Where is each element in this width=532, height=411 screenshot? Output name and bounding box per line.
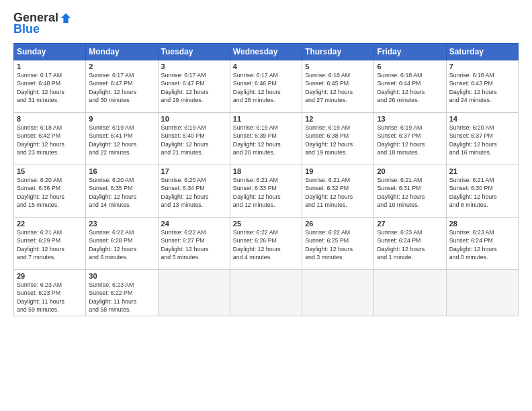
day-number: 11 (233, 115, 299, 123)
day-info: Sunrise: 6:19 AMSunset: 6:37 PMDaylight:… (377, 124, 443, 156)
day-number: 19 (305, 167, 371, 175)
day-number: 22 (17, 220, 83, 228)
page: General Blue SundayMondayTuesdayWednesda… (0, 0, 532, 411)
day-info: Sunrise: 6:18 AMSunset: 6:44 PMDaylight:… (377, 71, 443, 104)
calendar-cell: 1Sunrise: 6:17 AMSunset: 6:48 PMDaylight… (14, 60, 86, 113)
day-number: 8 (17, 115, 83, 123)
calendar-cell: 8Sunrise: 6:18 AMSunset: 6:42 PMDaylight… (14, 113, 86, 165)
day-info: Sunrise: 6:21 AMSunset: 6:33 PMDaylight:… (233, 176, 299, 209)
day-number: 13 (377, 115, 443, 123)
day-number: 3 (161, 62, 227, 71)
calendar-cell: 18Sunrise: 6:21 AMSunset: 6:33 PMDayligh… (230, 165, 302, 218)
calendar-cell: 19Sunrise: 6:21 AMSunset: 6:32 PMDayligh… (302, 165, 374, 218)
calendar-week-row: 29Sunrise: 6:23 AMSunset: 6:23 PMDayligh… (14, 270, 519, 316)
day-number: 14 (449, 115, 515, 123)
calendar-cell (158, 270, 230, 316)
calendar-week-row: 1Sunrise: 6:17 AMSunset: 6:48 PMDaylight… (14, 60, 519, 113)
day-info: Sunrise: 6:20 AMSunset: 6:35 PMDaylight:… (89, 176, 154, 209)
calendar-cell: 9Sunrise: 6:19 AMSunset: 6:41 PMDaylight… (86, 113, 158, 165)
calendar-cell: 15Sunrise: 6:20 AMSunset: 6:36 PMDayligh… (14, 165, 86, 218)
day-number: 30 (89, 272, 154, 280)
day-info: Sunrise: 6:17 AMSunset: 6:46 PMDaylight:… (233, 71, 299, 104)
day-info: Sunrise: 6:23 AMSunset: 6:24 PMDaylight:… (449, 228, 515, 261)
calendar-cell: 3Sunrise: 6:17 AMSunset: 6:47 PMDaylight… (158, 60, 230, 113)
calendar-cell: 17Sunrise: 6:20 AMSunset: 6:34 PMDayligh… (158, 165, 230, 218)
day-number: 16 (89, 167, 154, 175)
calendar-cell: 25Sunrise: 6:22 AMSunset: 6:26 PMDayligh… (230, 218, 302, 270)
day-info: Sunrise: 6:23 AMSunset: 6:23 PMDaylight:… (17, 281, 83, 314)
day-info: Sunrise: 6:19 AMSunset: 6:40 PMDaylight:… (161, 124, 227, 156)
calendar-week-row: 22Sunrise: 6:21 AMSunset: 6:29 PMDayligh… (14, 218, 519, 270)
calendar-cell: 22Sunrise: 6:21 AMSunset: 6:29 PMDayligh… (14, 218, 86, 270)
day-number: 24 (161, 220, 227, 228)
day-info: Sunrise: 6:20 AMSunset: 6:36 PMDaylight:… (17, 176, 83, 209)
calendar-cell: 12Sunrise: 6:19 AMSunset: 6:38 PMDayligh… (302, 113, 374, 165)
day-number: 18 (233, 167, 299, 175)
calendar-cell: 29Sunrise: 6:23 AMSunset: 6:23 PMDayligh… (14, 270, 86, 316)
header: General Blue (13, 11, 519, 36)
calendar-cell: 28Sunrise: 6:23 AMSunset: 6:24 PMDayligh… (446, 218, 518, 270)
day-info: Sunrise: 6:19 AMSunset: 6:41 PMDaylight:… (89, 124, 154, 156)
calendar-cell: 5Sunrise: 6:18 AMSunset: 6:45 PMDaylight… (302, 60, 374, 113)
day-number: 1 (17, 62, 83, 71)
col-header-wednesday: Wednesday (230, 44, 302, 60)
calendar-header-row: SundayMondayTuesdayWednesdayThursdayFrid… (14, 44, 519, 60)
day-info: Sunrise: 6:22 AMSunset: 6:26 PMDaylight:… (233, 228, 299, 261)
logo-blue-text: Blue (13, 22, 40, 36)
calendar-cell: 14Sunrise: 6:20 AMSunset: 6:37 PMDayligh… (446, 113, 518, 165)
day-info: Sunrise: 6:18 AMSunset: 6:43 PMDaylight:… (449, 71, 515, 104)
calendar-cell: 21Sunrise: 6:21 AMSunset: 6:30 PMDayligh… (446, 165, 518, 218)
calendar-cell: 2Sunrise: 6:17 AMSunset: 6:47 PMDaylight… (86, 60, 158, 113)
calendar-cell: 16Sunrise: 6:20 AMSunset: 6:35 PMDayligh… (86, 165, 158, 218)
day-number: 6 (377, 62, 443, 71)
calendar-cell: 13Sunrise: 6:19 AMSunset: 6:37 PMDayligh… (374, 113, 446, 165)
col-header-friday: Friday (374, 44, 446, 60)
day-number: 25 (233, 220, 299, 228)
day-number: 12 (305, 115, 371, 123)
day-number: 20 (377, 167, 443, 175)
calendar-week-row: 8Sunrise: 6:18 AMSunset: 6:42 PMDaylight… (14, 113, 519, 165)
calendar-cell: 20Sunrise: 6:21 AMSunset: 6:31 PMDayligh… (374, 165, 446, 218)
calendar-cell: 26Sunrise: 6:22 AMSunset: 6:25 PMDayligh… (302, 218, 374, 270)
logo: General Blue (13, 11, 72, 36)
day-info: Sunrise: 6:18 AMSunset: 6:45 PMDaylight:… (305, 71, 371, 104)
day-number: 9 (89, 115, 154, 123)
day-info: Sunrise: 6:17 AMSunset: 6:48 PMDaylight:… (17, 71, 83, 104)
col-header-saturday: Saturday (446, 44, 518, 60)
day-info: Sunrise: 6:23 AMSunset: 6:22 PMDaylight:… (89, 281, 154, 314)
day-info: Sunrise: 6:21 AMSunset: 6:31 PMDaylight:… (377, 176, 443, 209)
col-header-sunday: Sunday (14, 44, 86, 60)
day-number: 21 (449, 167, 515, 175)
day-info: Sunrise: 6:19 AMSunset: 6:38 PMDaylight:… (305, 124, 371, 156)
day-number: 28 (449, 220, 515, 228)
calendar-cell (446, 270, 518, 316)
logo-icon (60, 12, 72, 24)
day-number: 29 (17, 272, 83, 280)
day-info: Sunrise: 6:23 AMSunset: 6:24 PMDaylight:… (377, 228, 443, 261)
calendar-cell (230, 270, 302, 316)
day-info: Sunrise: 6:20 AMSunset: 6:37 PMDaylight:… (449, 124, 515, 156)
calendar-cell: 6Sunrise: 6:18 AMSunset: 6:44 PMDaylight… (374, 60, 446, 113)
day-number: 10 (161, 115, 227, 123)
day-number: 5 (305, 62, 371, 71)
day-info: Sunrise: 6:22 AMSunset: 6:25 PMDaylight:… (305, 228, 371, 261)
calendar-cell: 11Sunrise: 6:19 AMSunset: 6:39 PMDayligh… (230, 113, 302, 165)
calendar-week-row: 15Sunrise: 6:20 AMSunset: 6:36 PMDayligh… (14, 165, 519, 218)
col-header-thursday: Thursday (302, 44, 374, 60)
day-number: 15 (17, 167, 83, 175)
day-info: Sunrise: 6:22 AMSunset: 6:28 PMDaylight:… (89, 228, 154, 261)
day-number: 23 (89, 220, 154, 228)
day-info: Sunrise: 6:21 AMSunset: 6:30 PMDaylight:… (449, 176, 515, 209)
day-info: Sunrise: 6:21 AMSunset: 6:29 PMDaylight:… (17, 228, 83, 261)
calendar-cell: 10Sunrise: 6:19 AMSunset: 6:40 PMDayligh… (158, 113, 230, 165)
col-header-monday: Monday (86, 44, 158, 60)
day-number: 4 (233, 62, 299, 71)
calendar-cell: 30Sunrise: 6:23 AMSunset: 6:22 PMDayligh… (86, 270, 158, 316)
day-info: Sunrise: 6:19 AMSunset: 6:39 PMDaylight:… (233, 124, 299, 156)
day-info: Sunrise: 6:17 AMSunset: 6:47 PMDaylight:… (161, 71, 227, 104)
day-number: 26 (305, 220, 371, 228)
col-header-tuesday: Tuesday (158, 44, 230, 60)
calendar-table: SundayMondayTuesdayWednesdayThursdayFrid… (13, 43, 519, 316)
calendar-cell (374, 270, 446, 316)
calendar-cell: 27Sunrise: 6:23 AMSunset: 6:24 PMDayligh… (374, 218, 446, 270)
